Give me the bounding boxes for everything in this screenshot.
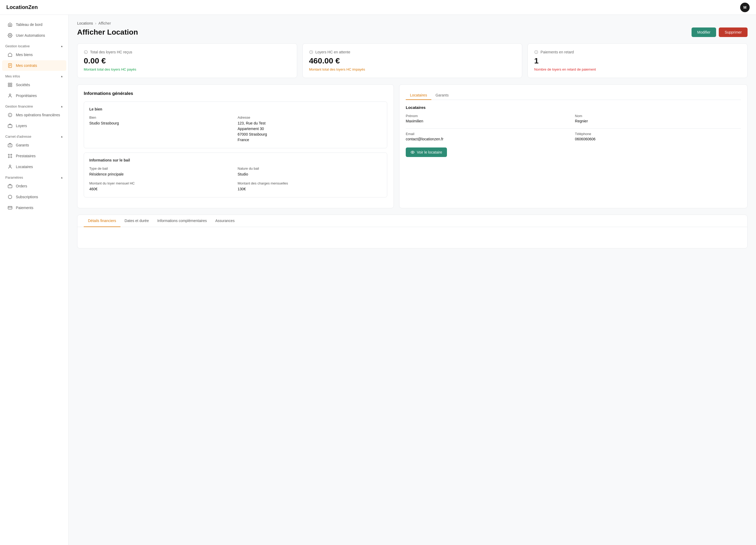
clock-icon: [309, 50, 313, 54]
email-label: Email: [406, 132, 572, 136]
prenom-label: Prénom: [406, 114, 572, 118]
breadcrumb-afficher: Afficher: [99, 21, 111, 25]
sidebar-item-subscriptions[interactable]: Subscriptions: [2, 192, 66, 202]
stat-sub-total: Montant total des loyers HC payés: [84, 67, 291, 71]
type-bail-field: Type de bail Résidence principale: [89, 166, 234, 177]
section-parametres[interactable]: Paramètres ▲: [0, 172, 68, 180]
svg-point-20: [9, 165, 11, 166]
loyer-label: Montant du loyer mensuel HC: [89, 181, 234, 185]
stat-header-total: € Total des loyers HC reçus: [84, 50, 291, 54]
svg-point-22: [8, 195, 12, 199]
sidebar-item-locataires[interactable]: Locataires: [2, 161, 66, 172]
circle-dollar-icon: €: [7, 112, 13, 118]
home-icon: [7, 22, 13, 27]
gear-icon: [7, 33, 13, 38]
section-mes-infos[interactable]: Mes infos ▲: [0, 71, 68, 79]
loyer-field: Montant du loyer mensuel HC 460€: [89, 181, 234, 192]
sidebar-item-paiements[interactable]: Paiements: [2, 202, 66, 213]
sidebar-label-mes-contrats: Mes contrats: [16, 63, 37, 68]
locataires-section-title: Locataires: [406, 105, 741, 110]
content-grid: Informations générales Le bien Bien Stud…: [77, 84, 748, 208]
tab-garants[interactable]: Garants: [431, 91, 453, 100]
voir-locataire-label: Voir le locataire: [417, 150, 442, 154]
main-content: Locations › Afficher Afficher Location M…: [69, 15, 756, 545]
section-title-carnet-adresse: Carnet d'adresse: [5, 134, 31, 138]
sidebar-label-user-automations: User Automations: [16, 33, 45, 38]
nom-field: Nom Regnier: [575, 114, 741, 123]
stat-header-attente: Loyers HC en attente: [309, 50, 516, 54]
sidebar-label-prestataires: Prestataires: [16, 154, 36, 158]
sidebar-item-mes-contrats[interactable]: Mes contrats: [2, 60, 66, 71]
sidebar-item-prestataires[interactable]: Prestataires: [2, 151, 66, 161]
sidebar-item-proprietaires[interactable]: Propriétaires: [2, 90, 66, 101]
sidebar-item-orders[interactable]: Orders: [2, 181, 66, 191]
supprimer-button[interactable]: Supprimer: [719, 27, 748, 37]
section-gestion-locative[interactable]: Gestion locative ▲: [0, 41, 68, 49]
voir-locataire-wrapper: Voir le locataire: [406, 147, 741, 157]
right-panel: Locataires Garants Locataires Prénom Max…: [399, 84, 748, 208]
svg-point-0: [10, 35, 11, 36]
sidebar-item-garants[interactable]: Garants: [2, 140, 66, 150]
bien-info-grid: Bien Studio Strasbourg Adresse 123, Rue …: [89, 115, 382, 143]
person-icon: [7, 93, 13, 98]
bottom-tab-content: [77, 227, 747, 248]
charges-field: Montant des charges mensuelles 130€: [238, 181, 382, 192]
person-outline-icon: [7, 164, 13, 169]
info-circle-icon: [534, 50, 538, 54]
bottom-tab-assurances[interactable]: Assurances: [211, 215, 239, 227]
adresse-line1: 123, Rue du Test: [238, 121, 266, 125]
svg-rect-6: [11, 83, 12, 84]
bottom-tab-dates-duree[interactable]: Dates et durée: [120, 215, 153, 227]
email-field: Email contact@locationzen.fr: [406, 132, 572, 141]
stat-card-total-loyers: € Total des loyers HC reçus 0.00 € Monta…: [77, 43, 297, 78]
voir-locataire-button[interactable]: Voir le locataire: [406, 147, 447, 157]
svg-point-31: [412, 152, 413, 153]
stats-row: € Total des loyers HC reçus 0.00 € Monta…: [77, 43, 748, 78]
sidebar-item-societes[interactable]: Sociétés: [2, 80, 66, 90]
briefcase-icon: [7, 123, 13, 128]
bottom-tab-info-complementaires[interactable]: Informations complémentaires: [153, 215, 211, 227]
top-nav: LocationZen M: [0, 0, 756, 15]
stat-sub-attente: Montant total des loyers HC impayés: [309, 67, 516, 71]
section-carnet-adresse[interactable]: Carnet d'adresse ▲: [0, 131, 68, 139]
sidebar-item-user-automations[interactable]: User Automations: [2, 30, 66, 41]
chevron-up-icon-4: ▲: [60, 135, 63, 138]
page-header: Afficher Location Modifier Supprimer: [77, 27, 748, 37]
euro-circle-icon: €: [84, 50, 88, 54]
charges-value: 130€: [238, 186, 382, 192]
sidebar-item-mes-operations[interactable]: € Mes opérations financières: [2, 110, 66, 120]
bottom-tab-row: Détails financiers Dates et durée Inform…: [77, 215, 747, 227]
svg-point-17: [8, 156, 10, 158]
section-title-mes-infos: Mes infos: [5, 74, 20, 78]
telephone-label: Téléphone: [575, 132, 741, 136]
tab-locataires[interactable]: Locataires: [406, 91, 431, 100]
user-avatar[interactable]: M: [740, 3, 750, 12]
telephone-value: 0606060606: [575, 137, 741, 141]
sidebar-label-mes-operations: Mes opérations financières: [16, 113, 60, 117]
breadcrumb-locations[interactable]: Locations: [77, 21, 93, 25]
circle-outline-icon: [7, 194, 13, 199]
stat-label-retard: Paiements en retard: [540, 50, 574, 54]
eye-icon: [410, 150, 415, 154]
bail-info-grid: Type de bail Résidence principale Nature…: [89, 166, 382, 192]
sidebar-label-societes: Sociétés: [16, 83, 30, 87]
sidebar-item-tableau-de-bord[interactable]: Tableau de bord: [2, 19, 66, 30]
stat-value-retard: 1: [534, 56, 741, 65]
breadcrumb: Locations › Afficher: [77, 21, 748, 25]
bottom-tab-details-financiers[interactable]: Détails financiers: [84, 215, 120, 227]
locataires-divider: [406, 128, 741, 129]
chevron-up-icon: ▲: [60, 45, 63, 48]
nature-bail-field: Nature du bail Studio: [238, 166, 382, 177]
section-gestion-financiere[interactable]: Gestion financière ▲: [0, 101, 68, 109]
adresse-label: Adresse: [238, 115, 382, 119]
sidebar-item-mes-biens[interactable]: Mes biens: [2, 49, 66, 60]
adresse-line4: France: [238, 138, 249, 142]
telephone-field: Téléphone 0606060606: [575, 132, 741, 141]
sidebar-label-loyers: Loyers: [16, 124, 27, 128]
chevron-up-icon-2: ▲: [60, 75, 63, 78]
modifier-button[interactable]: Modifier: [692, 27, 716, 37]
tools-icon: [7, 153, 13, 158]
sidebar-item-loyers[interactable]: Loyers: [2, 120, 66, 131]
svg-rect-21: [8, 185, 12, 188]
nom-label: Nom: [575, 114, 741, 118]
